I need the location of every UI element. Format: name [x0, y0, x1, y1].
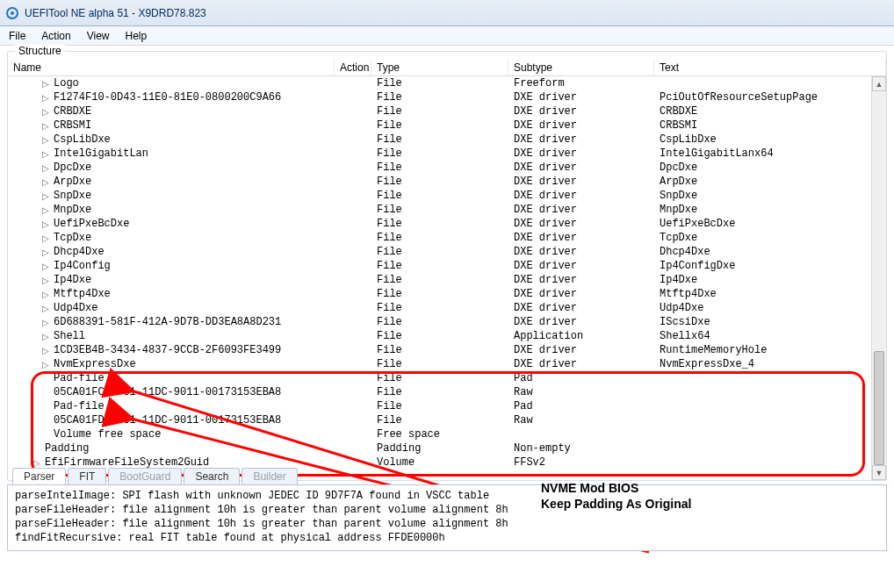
row-type: File	[371, 414, 508, 427]
table-row[interactable]: Volume free spaceFree space	[8, 427, 886, 441]
expand-icon[interactable]: ▷	[41, 191, 50, 201]
table-row[interactable]: ▷UefiPxeBcDxeFileDXE driverUefiPxeBcDxe	[8, 217, 886, 231]
tab-fit[interactable]: FIT	[68, 468, 106, 484]
expand-icon[interactable]: ▷	[41, 276, 50, 285]
expand-icon[interactable]: ▷	[41, 304, 50, 313]
col-text[interactable]: Text	[654, 59, 886, 75]
table-row[interactable]: ▷Ip4DxeFileDXE driverIp4Dxe	[8, 273, 886, 287]
row-type: File	[371, 176, 508, 188]
parser-line: parseFileHeader: file alignment 10h is g…	[15, 503, 879, 517]
table-row[interactable]: 05CA01FC-0FC1-11DC-9011-00173153EBA8File…	[8, 385, 886, 399]
vertical-scrollbar[interactable]: ▲ ▼	[871, 76, 886, 480]
menu-help[interactable]: Help	[126, 30, 148, 42]
table-row[interactable]: ▷IntelGigabitLanFileDXE driverIntelGigab…	[8, 147, 886, 161]
col-subtype[interactable]: Subtype	[508, 59, 654, 75]
row-subtype: DXE driver	[508, 176, 654, 188]
parser-output[interactable]: parseIntelImage: SPI flash with unknown …	[7, 484, 887, 551]
row-name: 05CA01FD-0FC1-11DC-9011-00173153EBA8	[54, 414, 281, 427]
table-row[interactable]: PaddingPaddingNon-empty	[8, 441, 886, 455]
row-subtype: DXE driver	[508, 260, 654, 272]
col-type[interactable]: Type	[371, 59, 508, 75]
menu-file[interactable]: File	[9, 30, 25, 42]
row-subtype: DXE driver	[508, 288, 654, 300]
row-text: CRBDXE	[654, 105, 886, 118]
expand-icon[interactable]: ▷	[41, 360, 50, 369]
table-row[interactable]: ▷DpcDxeFileDXE driverDpcDxe	[8, 161, 886, 175]
table-row[interactable]: ▷Ip4ConfigFileDXE driverIp4ConfigDxe	[8, 259, 886, 273]
expand-icon[interactable]: ▷	[41, 262, 50, 271]
table-row[interactable]: ▷Mtftp4DxeFileDXE driverMtftp4Dxe	[8, 287, 886, 301]
row-name: Volume free space	[54, 428, 161, 441]
structure-panel: Structure Name Action Type Subtype Text …	[0, 46, 894, 481]
expand-icon[interactable]: ▷	[41, 149, 50, 159]
expand-icon[interactable]: ▷	[41, 233, 50, 243]
expand-icon[interactable]: ▷	[41, 346, 50, 355]
tab-builder[interactable]: Builder	[242, 468, 297, 484]
col-action[interactable]: Action	[335, 59, 371, 75]
expand-icon[interactable]: ▷	[41, 163, 50, 173]
row-text: CspLibDxe	[654, 133, 886, 146]
row-name: Ip4Config	[54, 260, 111, 272]
expand-icon[interactable]: ▷	[41, 219, 50, 229]
table-row[interactable]: ▷ArpDxeFileDXE driverArpDxe	[8, 175, 886, 189]
row-subtype: DXE driver	[508, 105, 654, 118]
row-type: File	[371, 190, 508, 202]
table-row[interactable]: ▷ShellFileApplicationShellx64	[8, 329, 886, 343]
table-body[interactable]: ▷LogoFileFreeform▷F1274F10-0D43-11E0-81E…	[8, 76, 886, 470]
row-text: Udp4Dxe	[654, 302, 886, 314]
expand-icon[interactable]: ▷	[41, 205, 50, 215]
row-subtype: Raw	[508, 386, 654, 398]
expand-icon[interactable]: ▷	[41, 135, 50, 145]
expand-icon[interactable]: ▷	[41, 332, 50, 341]
table-row[interactable]: Pad-fileFilePad	[8, 371, 886, 385]
table-row[interactable]: ▷F1274F10-0D43-11E0-81E0-0800200C9A66Fil…	[8, 90, 886, 104]
row-text: Ip4ConfigDxe	[654, 260, 886, 272]
table-row[interactable]: ▷NvmExpressDxeFileDXE driverNvmExpressDx…	[8, 357, 886, 371]
table-row[interactable]: ▷LogoFileFreeform	[8, 76, 886, 90]
expand-icon[interactable]: ▷	[41, 177, 50, 187]
row-name: UefiPxeBcDxe	[54, 218, 129, 230]
row-subtype: Pad	[508, 372, 654, 384]
table-row[interactable]: ▷TcpDxeFileDXE driverTcpDxe	[8, 231, 886, 245]
table-row[interactable]: ▷Udp4DxeFileDXE driverUdp4Dxe	[8, 301, 886, 315]
row-subtype: DXE driver	[508, 218, 654, 230]
row-type: File	[371, 204, 508, 216]
table-row[interactable]: ▷CRBSMIFileDXE driverCRBSMI	[8, 118, 886, 133]
row-type: File	[371, 77, 508, 90]
expand-icon[interactable]: ▷	[41, 79, 50, 89]
row-text: SnpDxe	[654, 190, 886, 202]
expand-icon[interactable]: ▷	[41, 107, 50, 117]
table-row[interactable]: ▷MnpDxeFileDXE driverMnpDxe	[8, 203, 886, 217]
expand-icon[interactable]: ▷	[41, 290, 50, 299]
row-name: Dhcp4Dxe	[54, 246, 105, 258]
scroll-up-button[interactable]: ▲	[872, 76, 886, 91]
tab-search[interactable]: Search	[184, 468, 240, 484]
table-row[interactable]: ▷CRBDXEFileDXE driverCRBDXE	[8, 104, 886, 118]
row-name: MnpDxe	[54, 204, 91, 216]
table-row[interactable]: ▷1CD3EB4B-3434-4837-9CCB-2F6093FE3499Fil…	[8, 343, 886, 357]
expand-icon[interactable]: ▷	[41, 121, 50, 131]
menu-action[interactable]: Action	[41, 30, 70, 42]
menu-view[interactable]: View	[87, 30, 110, 42]
parser-line: findFitRecursive: real FIT table found a…	[15, 531, 879, 545]
tab-bootguard[interactable]: BootGuard	[108, 468, 182, 484]
row-type: File	[371, 316, 508, 328]
expand-icon[interactable]: ▷	[41, 93, 50, 103]
row-text: MnpDxe	[654, 204, 886, 216]
expand-icon[interactable]: ▷	[41, 318, 50, 327]
row-text: CRBSMI	[654, 119, 886, 132]
table-row[interactable]: 05CA01FD-0FC1-11DC-9011-00173153EBA8File…	[8, 413, 886, 427]
scroll-track[interactable]	[872, 91, 886, 465]
table-row[interactable]: ▷CspLibDxeFileDXE driverCspLibDxe	[8, 133, 886, 147]
row-subtype: Raw	[508, 414, 654, 427]
table-row[interactable]: ▷Dhcp4DxeFileDXE driverDhcp4Dxe	[8, 245, 886, 259]
expand-icon[interactable]: ▷	[41, 247, 50, 257]
tab-parser[interactable]: Parser	[12, 468, 66, 484]
row-subtype: DXE driver	[508, 358, 654, 370]
col-name[interactable]: Name	[8, 59, 335, 75]
table-row[interactable]: Pad-fileFilePad	[8, 399, 886, 413]
table-row[interactable]: ▷SnpDxeFileDXE driverSnpDxe	[8, 189, 886, 203]
table-row[interactable]: ▷6D688391-581F-412A-9D7B-DD3EA8A8D231Fil…	[8, 315, 886, 329]
scroll-thumb[interactable]	[874, 351, 884, 465]
row-type: File	[371, 161, 508, 174]
